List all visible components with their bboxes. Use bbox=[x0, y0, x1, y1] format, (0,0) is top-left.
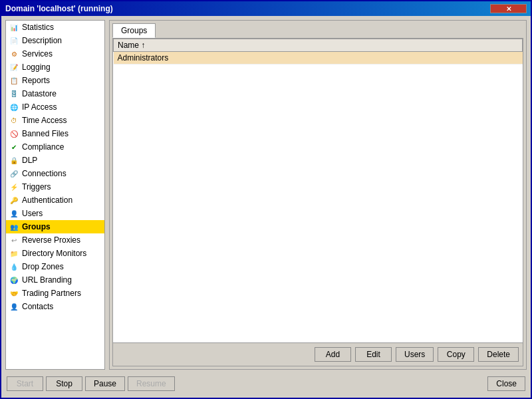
sidebar-item-reverse-proxies[interactable]: ↩Reverse Proxies bbox=[6, 233, 104, 247]
sidebar-item-contacts[interactable]: 👤Contacts bbox=[6, 300, 104, 313]
url-branding-icon: 🌍 bbox=[9, 275, 19, 285]
bottom-bar: Start Stop Pause Resume Close bbox=[5, 374, 527, 394]
sidebar-label-logging: Logging bbox=[22, 63, 51, 72]
right-panel: Groups Name ↑ Administrators bbox=[109, 20, 527, 370]
sidebar-label-users: Users bbox=[22, 209, 43, 218]
sidebar-label-drop-zones: Drop Zones bbox=[22, 262, 64, 271]
time-access-icon: ⏱ bbox=[9, 115, 19, 126]
sidebar-label-contacts: Contacts bbox=[22, 302, 53, 311]
sidebar-label-groups: Groups bbox=[22, 222, 51, 231]
trading-partners-icon: 🤝 bbox=[9, 288, 19, 299]
sidebar-label-authentication: Authentication bbox=[22, 196, 72, 205]
sidebar-item-reports[interactable]: 📋Reports bbox=[6, 74, 104, 87]
delete-button[interactable]: Delete bbox=[478, 347, 519, 362]
pause-button[interactable]: Pause bbox=[85, 376, 125, 391]
sidebar-item-ip-access[interactable]: 🌐IP Access bbox=[6, 100, 104, 114]
sidebar-label-banned-files: Banned Files bbox=[22, 129, 68, 138]
sidebar-item-trading-partners[interactable]: 🤝Trading Partners bbox=[6, 287, 104, 300]
ip-access-icon: 🌐 bbox=[9, 102, 19, 112]
start-button[interactable]: Start bbox=[7, 376, 43, 391]
sidebar-item-connections[interactable]: 🔗Connections bbox=[6, 167, 104, 180]
logging-icon: 📝 bbox=[9, 62, 19, 72]
compliance-icon: ✔ bbox=[9, 142, 19, 152]
sidebar-label-reports: Reports bbox=[22, 76, 50, 85]
sidebar-item-description[interactable]: 📄Description bbox=[6, 34, 104, 47]
sidebar-item-url-branding[interactable]: 🌍URL Branding bbox=[6, 273, 104, 287]
sidebar-item-services[interactable]: ⚙Services bbox=[6, 47, 104, 61]
reports-icon: 📋 bbox=[9, 75, 19, 86]
triggers-icon: ⚡ bbox=[9, 182, 19, 192]
close-button[interactable]: Close bbox=[487, 376, 525, 391]
resume-button[interactable]: Resume bbox=[128, 376, 175, 391]
sidebar-item-dlp[interactable]: 🔒DLP bbox=[6, 154, 104, 167]
sidebar-item-groups[interactable]: 👥Groups bbox=[6, 220, 104, 233]
sidebar-item-logging[interactable]: 📝Logging bbox=[6, 61, 104, 74]
sidebar-item-authentication[interactable]: 🔑Authentication bbox=[6, 194, 104, 207]
window-title: Domain 'localhost' (running) bbox=[5, 4, 113, 13]
sidebar-label-dlp: DLP bbox=[22, 156, 37, 165]
bottom-left-buttons: Start Stop Pause Resume bbox=[7, 376, 175, 391]
group-name-cell: Administrators bbox=[114, 52, 523, 65]
copy-button[interactable]: Copy bbox=[438, 347, 474, 362]
sidebar-label-triggers: Triggers bbox=[22, 182, 51, 192]
dlp-icon: 🔒 bbox=[9, 155, 19, 166]
main-content: 📊Statistics📄Description⚙Services📝Logging… bbox=[5, 20, 527, 370]
sidebar-item-drop-zones[interactable]: 💧Drop Zones bbox=[6, 260, 104, 273]
connections-icon: 🔗 bbox=[9, 168, 19, 179]
sidebar-label-reverse-proxies: Reverse Proxies bbox=[22, 235, 80, 245]
sidebar-item-compliance[interactable]: ✔Compliance bbox=[6, 140, 104, 154]
sidebar-item-datastore[interactable]: 🗄Datastore bbox=[6, 87, 104, 100]
title-bar: Domain 'localhost' (running) ✕ bbox=[1, 1, 531, 16]
users-icon: 👤 bbox=[9, 208, 19, 219]
edit-button[interactable]: Edit bbox=[355, 347, 392, 362]
sidebar-label-services: Services bbox=[22, 49, 53, 59]
sidebar-label-directory-monitors: Directory Monitors bbox=[22, 249, 86, 258]
tab-content: Name ↑ Administrators Add Edit Users Cop… bbox=[112, 38, 523, 366]
drop-zones-icon: 💧 bbox=[9, 261, 19, 272]
banned-files-icon: 🚫 bbox=[9, 128, 19, 139]
tab-bar: Groups bbox=[110, 21, 526, 38]
sidebar-label-time-access: Time Access bbox=[22, 116, 67, 125]
sidebar-item-time-access[interactable]: ⏱Time Access bbox=[6, 114, 104, 127]
sidebar-label-url-branding: URL Branding bbox=[22, 275, 72, 285]
close-window-button[interactable]: ✕ bbox=[490, 4, 527, 13]
sidebar-label-description: Description bbox=[22, 36, 62, 45]
stop-button[interactable]: Stop bbox=[46, 376, 82, 391]
sidebar-label-ip-access: IP Access bbox=[22, 102, 57, 112]
sidebar-item-users[interactable]: 👤Users bbox=[6, 207, 104, 220]
services-icon: ⚙ bbox=[9, 49, 19, 59]
sidebar-item-triggers[interactable]: ⚡Triggers bbox=[6, 180, 104, 194]
reverse-proxies-icon: ↩ bbox=[9, 235, 19, 245]
add-button[interactable]: Add bbox=[315, 347, 351, 362]
datastore-icon: 🗄 bbox=[9, 88, 19, 99]
authentication-icon: 🔑 bbox=[9, 195, 19, 205]
statistics-icon: 📊 bbox=[9, 22, 19, 33]
description-icon: 📄 bbox=[9, 35, 19, 46]
sidebar-item-banned-files[interactable]: 🚫Banned Files bbox=[6, 127, 104, 140]
sidebar-label-compliance: Compliance bbox=[22, 142, 64, 152]
sidebar-label-trading-partners: Trading Partners bbox=[22, 289, 81, 298]
directory-monitors-icon: 📁 bbox=[9, 248, 19, 259]
contacts-icon: 👤 bbox=[9, 301, 19, 312]
sidebar-label-datastore: Datastore bbox=[22, 89, 57, 98]
groups-icon: 👥 bbox=[9, 221, 19, 232]
sidebar: 📊Statistics📄Description⚙Services📝Logging… bbox=[5, 20, 105, 370]
main-window: Domain 'localhost' (running) ✕ 📊Statisti… bbox=[0, 0, 532, 399]
groups-table-container: Name ↑ Administrators bbox=[113, 39, 523, 342]
sidebar-label-statistics: Statistics bbox=[22, 23, 54, 32]
tab-groups[interactable]: Groups bbox=[112, 23, 156, 38]
sidebar-label-connections: Connections bbox=[22, 169, 66, 178]
sidebar-item-statistics[interactable]: 📊Statistics bbox=[6, 21, 104, 34]
groups-table: Name ↑ Administrators bbox=[113, 39, 523, 65]
column-header-name: Name ↑ bbox=[114, 39, 523, 52]
table-row[interactable]: Administrators bbox=[114, 52, 523, 65]
users-button[interactable]: Users bbox=[396, 347, 434, 362]
window-body: 📊Statistics📄Description⚙Services📝Logging… bbox=[1, 16, 531, 398]
action-buttons: Add Edit Users Copy Delete bbox=[113, 342, 523, 366]
sidebar-item-directory-monitors[interactable]: 📁Directory Monitors bbox=[6, 247, 104, 260]
